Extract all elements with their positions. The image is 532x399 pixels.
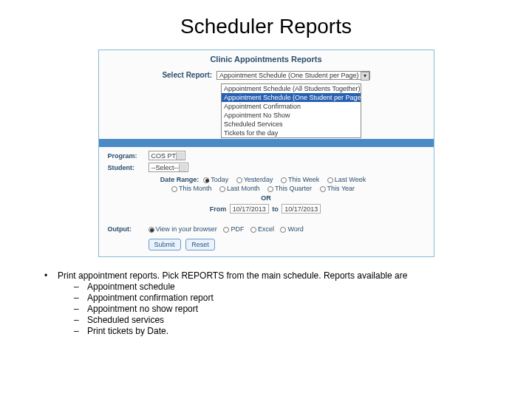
radio-this-month[interactable]: This Month [171,185,212,192]
radio-dot-icon [149,227,154,233]
radio-this-quarter[interactable]: This Quarter [267,185,312,192]
note-subitem: Appointment schedule [44,282,502,293]
radio-output-pdf[interactable]: PDF [223,225,244,233]
report-option[interactable]: Appointment Confirmation [222,102,361,111]
report-option[interactable]: Tickets for the day [222,129,361,137]
report-option[interactable]: Scheduled Services [222,120,361,129]
radio-dot-icon [280,227,286,233]
panel-heading: Clinic Appointments Reports [99,50,434,71]
output-label: Output: [108,225,149,233]
radio-output-browser[interactable]: View in your browser [149,225,217,233]
note-subitem: Appointment no show report [44,304,502,315]
radio-label: Today [211,176,228,183]
chevron-down-icon[interactable]: ▾ [361,72,369,81]
select-report-row: Select Report: Appointment Schedule (One… [99,71,434,83]
radio-label: This Year [327,185,355,192]
note-subitem: Print tickets by Date. [44,326,502,337]
to-date-field[interactable]: 10/17/2013 [282,204,321,214]
report-option[interactable]: Appointment Schedule (One Student per Pa… [222,93,361,102]
radio-label: View in your browser [156,225,217,233]
radio-yesterday[interactable]: Yesterday [236,176,273,183]
radio-dot-icon [223,227,229,233]
note-text: Scheduled services [87,315,164,325]
slide-notes: Print appointment reports. Pick REPORTS … [0,265,532,337]
radio-output-excel[interactable]: Excel [250,225,274,233]
select-report-value: Appointment Schedule (One Student per Pa… [216,71,370,80]
radio-label: Last Week [335,176,366,183]
radio-dot-icon [320,186,326,192]
report-option[interactable]: Appointment No Show [222,111,361,120]
radio-label: Yesterday [244,176,273,183]
radio-label: This Quarter [275,185,312,192]
to-label: to [272,205,279,213]
radio-dot-icon [171,186,177,192]
radio-today[interactable]: Today [203,176,228,183]
or-label: OR [108,194,425,202]
radio-label: Word [287,225,303,233]
from-label: From [210,205,227,213]
note-text: Appointment confirmation report [87,293,214,303]
radio-this-week[interactable]: This Week [281,176,319,183]
date-range-label: Date Range: [160,176,200,183]
radio-output-word[interactable]: Word [280,225,303,233]
submit-button[interactable]: Submit [149,239,181,250]
radio-last-month[interactable]: Last Month [219,185,260,192]
radio-dot-icon [281,177,287,183]
note-text: Appointment schedule [87,282,175,292]
report-panel: Clinic Appointments Reports Select Repor… [98,50,434,257]
output-row: Output: View in your browser PDF Excel W… [108,225,425,233]
blue-divider [99,139,434,147]
select-report-dropdown[interactable]: Appointment Schedule (One Student per Pa… [216,71,370,81]
note-subitem: Scheduled services [44,315,502,326]
student-row: Student: --Select-- [108,163,425,172]
student-select[interactable]: --Select-- [149,163,188,172]
radio-dot-icon [267,186,273,192]
program-select[interactable]: COS PT [149,151,186,160]
radio-label: PDF [231,225,244,233]
radio-this-year[interactable]: This Year [320,185,355,192]
radio-label: Last Month [227,185,260,192]
note-text: Print tickets by Date. [87,326,168,336]
radio-dot-icon [250,227,256,233]
radio-label: Excel [258,225,274,233]
student-label: Student: [108,164,149,171]
date-range-block: Date Range: Today Yesterday This Week La… [108,175,425,218]
note-text: Print appointment reports. Pick REPORTS … [58,270,407,281]
select-report-options[interactable]: Appointment Schedule (All Students Toget… [221,83,361,138]
radio-last-week[interactable]: Last Week [327,176,366,183]
radio-dot-icon [327,177,333,183]
radio-label: This Month [179,185,212,192]
radio-label: This Week [288,176,319,183]
radio-dot-icon [219,186,225,192]
program-label: Program: [108,152,149,160]
note-text: Appointment no show report [87,304,198,314]
reset-button[interactable]: Reset [185,239,215,250]
report-option[interactable]: Appointment Schedule (All Students Toget… [222,84,361,93]
note-line: Print appointment reports. Pick REPORTS … [44,270,502,282]
radio-dot-icon [236,177,242,183]
note-subitem: Appointment confirmation report [44,293,502,304]
select-report-label: Select Report: [162,71,212,79]
from-date-field[interactable]: 10/17/2013 [230,204,269,214]
slide-title: Scheduler Reports [0,0,532,46]
radio-dot-icon [203,177,209,183]
program-row: Program: COS PT [108,151,425,160]
